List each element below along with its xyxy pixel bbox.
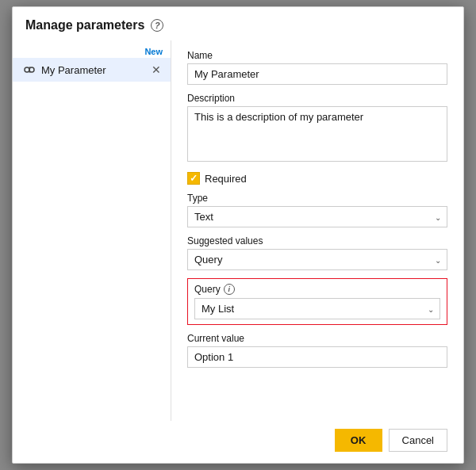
required-checkbox[interactable]: ✓ — [187, 172, 200, 185]
type-select[interactable]: Text — [187, 206, 447, 227]
ok-button[interactable]: OK — [335, 429, 382, 452]
suggested-values-field-group: Suggested values Query ⌄ — [187, 235, 447, 270]
required-row: ✓ Required — [187, 172, 447, 185]
svg-point-1 — [29, 67, 34, 72]
current-value-field-group: Current value — [187, 333, 447, 368]
close-item-button[interactable]: ✕ — [150, 63, 163, 76]
query-section: Query i My List ⌄ — [187, 278, 447, 325]
sidebar-item-label: My Parameter — [41, 64, 150, 76]
dialog-title: Manage parameters — [25, 18, 144, 32]
query-select-wrapper: My List ⌄ — [194, 298, 440, 319]
dialog-header: Manage parameters ? — [13, 7, 463, 40]
type-label: Type — [187, 193, 447, 204]
type-select-wrapper: Text ⌄ — [187, 206, 447, 227]
sidebar: New My Parameter ✕ — [13, 40, 171, 421]
description-textarea[interactable]: This is a description of my parameter — [187, 106, 447, 162]
name-label: Name — [187, 50, 447, 61]
query-label: Query — [194, 284, 221, 295]
new-label: New — [13, 47, 171, 58]
cancel-button[interactable]: Cancel — [389, 429, 447, 452]
checkmark-icon: ✓ — [190, 173, 198, 184]
suggested-values-select-wrapper: Query ⌄ — [187, 249, 447, 270]
required-label: Required — [205, 173, 247, 185]
query-help-icon[interactable]: i — [224, 284, 235, 295]
suggested-values-select[interactable]: Query — [187, 249, 447, 270]
suggested-values-label: Suggested values — [187, 235, 447, 246]
svg-point-0 — [25, 67, 29, 72]
description-field-group: Description This is a description of my … — [187, 93, 447, 164]
query-select[interactable]: My List — [194, 298, 440, 319]
current-value-label: Current value — [187, 333, 447, 344]
type-field-group: Type Text ⌄ — [187, 193, 447, 227]
name-input[interactable] — [187, 63, 447, 85]
sidebar-item-my-parameter[interactable]: My Parameter ✕ — [13, 58, 171, 82]
current-value-input[interactable] — [187, 346, 447, 368]
name-field-group: Name — [187, 50, 447, 85]
dialog-footer: OK Cancel — [13, 421, 463, 463]
help-icon[interactable]: ? — [151, 19, 163, 32]
description-label: Description — [187, 93, 447, 104]
dialog-body: New My Parameter ✕ Name — [13, 40, 463, 421]
parameter-icon — [22, 63, 36, 77]
manage-parameters-dialog: Manage parameters ? New My Parameter ✕ — [12, 6, 464, 464]
query-label-row: Query i — [194, 284, 440, 295]
main-content: Name Description This is a description o… — [171, 40, 463, 421]
